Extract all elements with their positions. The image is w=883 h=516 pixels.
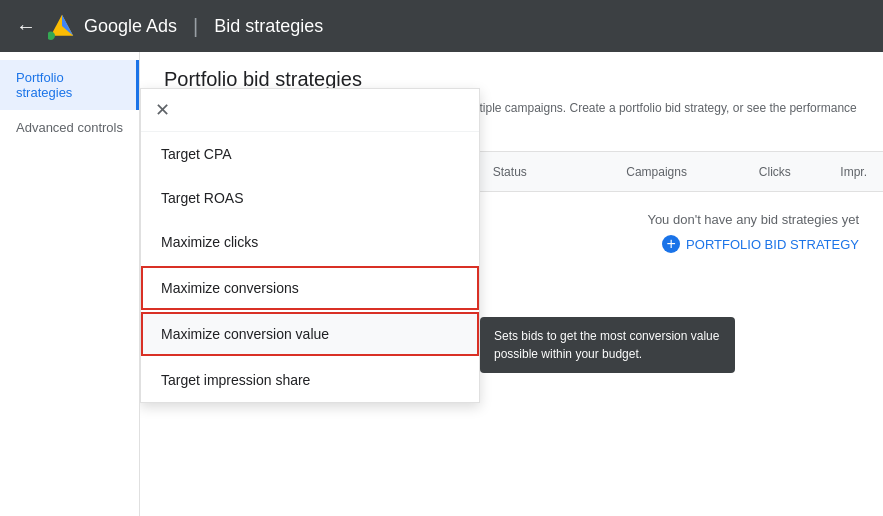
back-button[interactable]: ← [16, 15, 36, 38]
main-layout: Portfolio strategies Advanced controls P… [0, 52, 883, 516]
dropdown-close-button[interactable]: ✕ [141, 89, 479, 132]
dropdown-item-maximize-conversions[interactable]: Maximize conversions [141, 266, 479, 310]
col-clicks: Clicks [703, 165, 807, 179]
add-icon: + [662, 235, 680, 253]
sidebar-item-portfolio-strategies[interactable]: Portfolio strategies [0, 60, 139, 110]
google-ads-icon [48, 12, 76, 40]
header-divider: | [193, 15, 198, 38]
dropdown-item-maximize-conversion-value[interactable]: Maximize conversion value [141, 312, 479, 356]
sidebar: Portfolio strategies Advanced controls [0, 52, 140, 516]
col-campaigns: Campaigns [590, 165, 703, 179]
app-header: ← Google Ads | Bid strategies [0, 0, 883, 52]
dropdown-item-target-impression-share[interactable]: Target impression share [141, 358, 479, 402]
dropdown-item-target-roas[interactable]: Target ROAS [141, 176, 479, 220]
dropdown-item-maximize-clicks[interactable]: Maximize clicks [141, 220, 479, 264]
empty-state-text: You don't have any bid strategies yet [647, 212, 859, 227]
page-title: Bid strategies [214, 16, 323, 37]
dropdown-item-target-cpa[interactable]: Target CPA [141, 132, 479, 176]
main-content: Portfolio bid strategies Portfolio bid s… [140, 52, 883, 516]
tooltip: Sets bids to get the most conversion val… [480, 317, 735, 373]
col-status: Status [477, 165, 590, 179]
col-impr: Impr. [807, 165, 883, 179]
app-name: Google Ads [84, 16, 177, 37]
sidebar-item-advanced-controls[interactable]: Advanced controls [0, 110, 139, 145]
add-portfolio-bid-strategy-button[interactable]: + PORTFOLIO BID STRATEGY [662, 235, 859, 253]
bid-strategy-dropdown: ✕ Target CPA Target ROAS Maximize clicks… [140, 88, 480, 403]
app-logo: Google Ads [48, 12, 177, 40]
